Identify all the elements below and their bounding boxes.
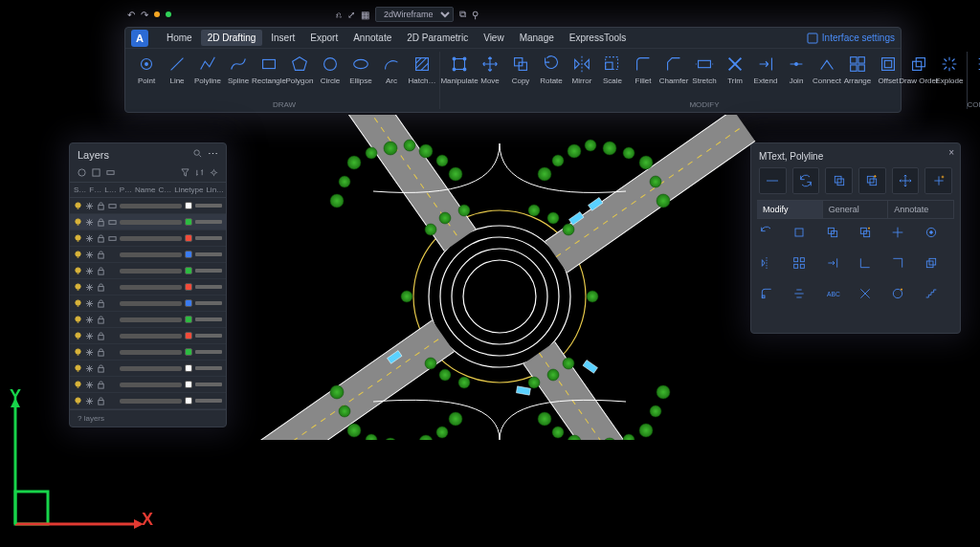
pp-rotate-icon[interactable] <box>792 167 820 194</box>
properties-tool-16[interactable] <box>890 286 919 313</box>
layer-row[interactable] <box>70 361 226 377</box>
pp-move-plus-icon[interactable] <box>924 167 952 194</box>
freeze-icon[interactable] <box>85 316 94 324</box>
layer-states-icon[interactable] <box>106 168 115 177</box>
properties-tool-15[interactable] <box>858 286 886 313</box>
qat-undo-icon[interactable]: ↶ <box>127 10 135 20</box>
qat-icon[interactable]: ⚲ <box>472 10 479 20</box>
menu-item-expresstools[interactable]: ExpressTools <box>563 30 633 46</box>
connect-tool[interactable]: Connect <box>813 52 841 87</box>
visibility-icon[interactable] <box>74 348 82 357</box>
layer-row[interactable] <box>70 279 226 295</box>
polygon-tool[interactable]: Polygon <box>285 52 314 87</box>
lock-icon[interactable] <box>97 332 105 340</box>
layer-row[interactable] <box>70 230 226 247</box>
layers-col[interactable]: S… <box>74 186 86 194</box>
properties-tab-annotate[interactable]: Annotate <box>888 201 954 218</box>
layers-col[interactable]: L… <box>104 186 116 194</box>
color-swatch[interactable] <box>185 299 192 307</box>
polyline-tool[interactable]: Polyline <box>193 52 222 87</box>
copy-tool[interactable]: Copy <box>506 52 535 87</box>
lock-icon[interactable] <box>97 316 105 324</box>
freeze-icon[interactable] <box>85 202 94 210</box>
qat-redo-icon[interactable]: ↷ <box>141 10 148 20</box>
layer-row[interactable] <box>70 263 226 279</box>
layers-col[interactable]: C… <box>158 186 171 194</box>
drawing-canvas[interactable] <box>230 115 770 440</box>
freeze-icon[interactable] <box>85 348 94 357</box>
color-swatch[interactable] <box>185 316 192 323</box>
linetype-preview[interactable] <box>195 334 222 338</box>
properties-tool-14[interactable]: ABC <box>825 286 854 313</box>
layer-row[interactable] <box>70 295 226 312</box>
properties-tool-13[interactable] <box>791 286 820 313</box>
lock-icon[interactable] <box>97 234 105 243</box>
mirror-tool[interactable]: Mirror <box>568 52 596 87</box>
layer-row[interactable] <box>70 328 226 344</box>
freeze-icon[interactable] <box>85 332 94 340</box>
settings-icon[interactable] <box>210 168 218 177</box>
properties-tool-1[interactable] <box>791 225 820 252</box>
layers-col[interactable]: Lin… <box>206 186 224 194</box>
linetype-preview[interactable] <box>195 366 222 370</box>
hatch-tool[interactable]: Hatch… <box>408 52 436 87</box>
visibility-icon[interactable] <box>74 299 82 308</box>
color-swatch[interactable] <box>185 381 192 388</box>
color-swatch[interactable] <box>185 364 192 372</box>
spline-tool[interactable]: Spline <box>224 52 253 87</box>
menu-item-2d-drafting[interactable]: 2D Drafting <box>201 30 263 46</box>
rect-tool[interactable]: Rectangle <box>255 52 283 87</box>
move-tool[interactable]: Move <box>476 52 504 87</box>
panel-menu-icon[interactable]: ⋯ <box>208 148 218 161</box>
lock-icon[interactable] <box>97 283 105 292</box>
properties-tool-4[interactable] <box>890 225 919 252</box>
linetype-preview[interactable] <box>195 220 222 224</box>
join-tool[interactable]: Join <box>782 52 811 87</box>
sort-icon[interactable] <box>195 168 204 177</box>
linetype-preview[interactable] <box>195 252 222 256</box>
menu-item-2d-parametric[interactable]: 2D Parametric <box>400 30 475 46</box>
color-swatch[interactable] <box>185 283 192 291</box>
color-swatch[interactable] <box>185 218 192 226</box>
properties-tool-11[interactable] <box>924 255 952 282</box>
filter-icon[interactable] <box>181 168 189 177</box>
stretch-tool[interactable]: Stretch <box>690 52 719 87</box>
layers-panel-title-bar[interactable]: Layers ⋯ <box>70 143 226 165</box>
draworder-tool[interactable]: Draw Order <box>904 52 933 87</box>
freeze-icon[interactable] <box>85 218 94 227</box>
linetype-preview[interactable] <box>195 236 222 240</box>
interface-settings-button[interactable]: Interface settings <box>807 33 895 44</box>
search-icon[interactable] <box>193 148 202 157</box>
freeze-icon[interactable] <box>85 283 94 292</box>
arrange-tool[interactable]: Arrange <box>843 52 872 87</box>
qat-icon[interactable]: ⧉ <box>459 9 466 20</box>
visibility-icon[interactable] <box>74 218 82 227</box>
layers-col[interactable]: Linetype <box>174 186 203 194</box>
menu-item-home[interactable]: Home <box>160 30 199 46</box>
scale-tool[interactable]: Scale <box>598 52 627 87</box>
pp-move-icon[interactable] <box>892 167 920 194</box>
menu-item-manage[interactable]: Manage <box>513 30 561 46</box>
color-swatch[interactable] <box>185 348 192 356</box>
color-swatch[interactable] <box>185 332 192 339</box>
plot-icon[interactable] <box>108 202 117 210</box>
app-icon[interactable]: A <box>131 30 148 47</box>
properties-tool-2[interactable] <box>825 225 854 252</box>
properties-tool-3[interactable] <box>858 225 886 252</box>
color-swatch[interactable] <box>185 234 192 242</box>
plot-icon[interactable] <box>108 234 117 243</box>
visual-style-select[interactable]: 2dWireframe <box>375 7 454 22</box>
visibility-icon[interactable] <box>74 364 82 373</box>
properties-tool-17[interactable] <box>924 286 952 313</box>
properties-tool-8[interactable] <box>825 255 854 282</box>
line-tool[interactable]: Line <box>163 52 191 87</box>
control-tool[interactable] <box>971 52 980 77</box>
layers-col[interactable]: Name <box>135 186 155 194</box>
layer-row[interactable] <box>70 247 226 263</box>
qat-icon[interactable]: ⤢ <box>347 10 355 20</box>
layers-col[interactable]: F… <box>89 186 101 194</box>
lock-icon[interactable] <box>97 251 105 259</box>
linetype-preview[interactable] <box>195 285 222 289</box>
linetype-preview[interactable] <box>195 269 222 273</box>
lock-icon[interactable] <box>97 348 105 357</box>
